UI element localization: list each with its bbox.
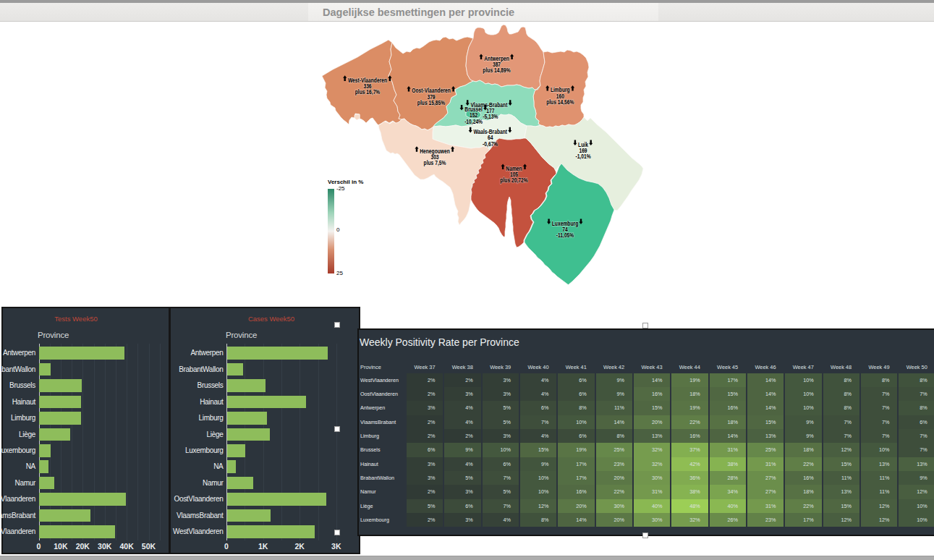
svg-text:plus 14,56%: plus 14,56%	[546, 98, 574, 106]
svg-text:-25: -25	[336, 185, 345, 192]
svg-text:0: 0	[336, 226, 340, 233]
svg-text:plus 16,7%: plus 16,7%	[355, 89, 381, 96]
svg-text:-11,05%: -11,05%	[556, 232, 574, 239]
svg-text:-0,67%: -0,67%	[483, 140, 498, 148]
svg-text:plus 7,5%: plus 7,5%	[424, 159, 446, 166]
svg-text:-5,13%: -5,13%	[483, 114, 498, 121]
svg-text:plus 15,85%: plus 15,85%	[417, 99, 446, 106]
svg-text:plus 20,72%: plus 20,72%	[500, 177, 528, 184]
svg-text:-10,24%: -10,24%	[464, 118, 483, 125]
svg-text:plus 14,89%: plus 14,89%	[483, 67, 511, 75]
svg-text:Verschil in %: Verschil in %	[328, 179, 363, 185]
svg-text:-1,01%: -1,01%	[575, 153, 591, 161]
svg-text:25: 25	[336, 270, 343, 276]
